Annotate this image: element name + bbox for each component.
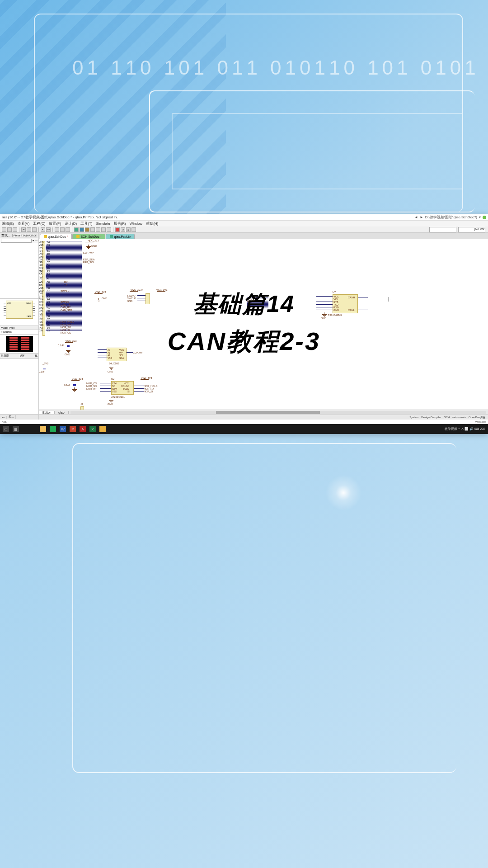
toolbar-combo-1[interactable] bbox=[429, 227, 456, 232]
net-label[interactable]: VCC_3V3 bbox=[88, 239, 99, 242]
power-port[interactable] bbox=[157, 291, 165, 292]
footprint-row[interactable]: Footprint bbox=[0, 330, 38, 335]
tool-save-icon[interactable] bbox=[13, 227, 17, 232]
tool-list-icon[interactable]: ≡ bbox=[126, 227, 131, 232]
wire[interactable] bbox=[98, 355, 107, 355]
wire[interactable] bbox=[358, 297, 368, 297]
wire[interactable] bbox=[134, 391, 144, 392]
net-label[interactable]: RX bbox=[247, 305, 251, 308]
tool-port-icon[interactable] bbox=[90, 227, 95, 232]
net-label[interactable]: CAN_STB bbox=[61, 309, 72, 311]
menu-tools[interactable]: 工具(T) bbox=[80, 221, 92, 226]
filter-dropdown-icon[interactable]: ▾ bbox=[33, 239, 34, 243]
tool-zoom-icon[interactable] bbox=[55, 227, 59, 232]
wire[interactable] bbox=[134, 386, 144, 386]
part-label[interactable]: TJA1042T/3 bbox=[328, 314, 342, 316]
net-label[interactable]: VCC_3V3 bbox=[66, 340, 76, 342]
panel-tab-lib[interactable]: 库... bbox=[7, 415, 16, 419]
net-label[interactable]: NOR_CS bbox=[61, 331, 71, 334]
tool-select-icon[interactable] bbox=[66, 227, 70, 232]
menu-place[interactable]: 放置(P) bbox=[49, 221, 61, 226]
tool-undo-icon[interactable]: ↶ bbox=[41, 227, 45, 232]
tool-new-icon[interactable] bbox=[2, 227, 6, 232]
calculator-icon[interactable]: ▦ bbox=[13, 426, 19, 432]
nav-back-icon[interactable]: ◄ bbox=[414, 215, 418, 219]
tool-copy-icon[interactable] bbox=[27, 227, 31, 232]
wire[interactable] bbox=[316, 302, 333, 302]
tab-sch-schdoc[interactable]: SCH.SchDoc* bbox=[72, 234, 105, 239]
nav-fwd-icon[interactable]: ► bbox=[420, 215, 423, 219]
net-label[interactable]: TX bbox=[64, 283, 67, 286]
library-filter-input[interactable] bbox=[1, 239, 32, 243]
word-icon[interactable]: W bbox=[60, 426, 66, 432]
capacitor[interactable] bbox=[43, 367, 46, 370]
component-list-zone[interactable] bbox=[0, 243, 38, 299]
menu-help[interactable]: 帮助(H) bbox=[146, 221, 158, 226]
power-port[interactable] bbox=[130, 291, 138, 292]
tab-qiao-pcblib[interactable]: qiao.PcbLib bbox=[106, 234, 135, 239]
panel-system[interactable]: System bbox=[409, 416, 418, 419]
tool-power-icon[interactable] bbox=[96, 227, 100, 232]
capacitor[interactable] bbox=[67, 344, 70, 348]
menu-simulate[interactable]: Simulate bbox=[96, 222, 110, 226]
taskview-icon[interactable]: ▭ bbox=[3, 426, 9, 432]
wire[interactable] bbox=[98, 358, 107, 358]
power-port[interactable] bbox=[94, 293, 103, 294]
designator[interactable]: U2 bbox=[111, 377, 114, 380]
net-label[interactable]: SWCLK bbox=[61, 290, 70, 292]
panel-openbus[interactable]: OpenBus调色 bbox=[469, 415, 485, 420]
power-port[interactable] bbox=[141, 379, 149, 380]
tool-brush-icon[interactable] bbox=[131, 227, 136, 232]
gnd-port[interactable] bbox=[97, 300, 101, 302]
wire[interactable] bbox=[98, 352, 107, 353]
filter-options-icon[interactable]: ⋯ bbox=[35, 239, 38, 243]
wire[interactable] bbox=[358, 310, 368, 310]
schematic-canvas[interactable]: 64VDD63VSS62D561D460OT059CH058CH157SD56I… bbox=[39, 239, 488, 410]
menu-project[interactable]: 工程(C) bbox=[33, 221, 45, 226]
net-label[interactable]: VCC_3V3? bbox=[131, 288, 143, 291]
power-port[interactable] bbox=[71, 380, 80, 381]
panel-sch[interactable]: SCH bbox=[444, 416, 450, 419]
net-label[interactable]: VCC_3V3 bbox=[141, 377, 152, 379]
net-label[interactable]: GND bbox=[91, 245, 97, 247]
menu-view[interactable]: 查看(V) bbox=[18, 221, 30, 226]
net-label[interactable]: NOR_SI bbox=[144, 390, 153, 393]
panel-tab-es[interactable]: es bbox=[0, 416, 7, 419]
tool-redo-icon[interactable]: ↷ bbox=[46, 227, 51, 232]
wire[interactable] bbox=[100, 388, 111, 389]
power-port[interactable] bbox=[65, 342, 73, 343]
net-label[interactable]: VCC_3V3 bbox=[95, 291, 106, 293]
tool-fit-icon[interactable] bbox=[60, 227, 65, 232]
app-icon-1[interactable] bbox=[50, 426, 56, 432]
system-tray[interactable]: 教学视频 ^ ㅅ ⬜ 🔊 ⌨ 202 bbox=[445, 427, 485, 431]
menu-edit[interactable]: 编辑(E) bbox=[2, 221, 14, 226]
wire[interactable] bbox=[316, 299, 333, 299]
horizontal-scrollbar[interactable] bbox=[70, 411, 486, 414]
tool-net-icon[interactable] bbox=[85, 227, 89, 232]
net-label[interactable]: GND bbox=[102, 297, 107, 300]
wire[interactable] bbox=[316, 307, 333, 307]
net-label[interactable]: GND bbox=[108, 370, 113, 373]
wire[interactable] bbox=[137, 298, 145, 298]
uart-connector[interactable] bbox=[80, 406, 84, 410]
net-label[interactable]: VCC_3V3 bbox=[72, 377, 83, 380]
wire[interactable] bbox=[316, 310, 333, 310]
net-label[interactable]: EEP_WP bbox=[83, 251, 94, 254]
tab-qiao-schdoc[interactable]: qiao.SchDoc* bbox=[40, 234, 72, 239]
wire[interactable] bbox=[100, 383, 111, 383]
power-port[interactable] bbox=[85, 242, 94, 242]
tool-wire-icon[interactable] bbox=[74, 227, 79, 232]
menu-report[interactable]: 报告(R) bbox=[114, 221, 126, 226]
wire[interactable] bbox=[137, 301, 145, 301]
tab-editor[interactable]: Editor bbox=[39, 411, 55, 414]
folder-icon[interactable] bbox=[99, 426, 106, 432]
wire[interactable] bbox=[316, 304, 333, 305]
net-label[interactable]: NOR_WP bbox=[86, 387, 97, 390]
tool-open-icon[interactable] bbox=[7, 227, 12, 232]
tab-qiao[interactable]: qiao bbox=[55, 411, 68, 414]
gnd-port[interactable] bbox=[72, 389, 77, 392]
cap-value[interactable]: 0.1uF bbox=[64, 384, 70, 387]
net-label[interactable]: GND bbox=[65, 353, 70, 356]
part-label[interactable]: AT25DQ101 bbox=[111, 396, 125, 398]
menu-design[interactable]: 设计(D) bbox=[65, 221, 77, 226]
